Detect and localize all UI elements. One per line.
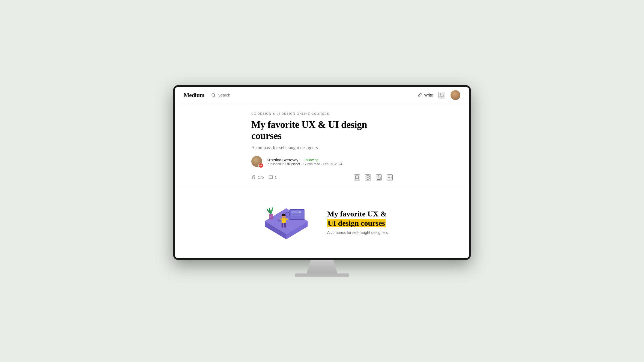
hero-card-subtitle: A compass for self-taught designers [327, 230, 388, 235]
action-row: 175 1 [175, 174, 469, 186]
bookmark-button[interactable] [354, 174, 360, 180]
clap-icon [251, 175, 256, 180]
hero-section: My favorite UX & UI design courses A com… [175, 186, 469, 258]
hero-title-line2: UI design courses [327, 219, 386, 227]
avatar-image [451, 90, 460, 100]
hero-card: My favorite UX & UI design courses A com… [256, 195, 388, 249]
write-icon [417, 92, 423, 98]
category-label: UX DESIGN & UI DESIGN ONLINE COURSES [251, 112, 393, 115]
write-label: Write [424, 93, 433, 97]
medium-logo[interactable]: Medium [184, 92, 204, 99]
monitor-wrapper: Medium Search Write [173, 85, 471, 277]
hero-text: My favorite UX & UI design courses A com… [327, 209, 388, 235]
svg-point-29 [286, 213, 288, 215]
svg-point-0 [212, 93, 215, 96]
more-button[interactable] [387, 174, 393, 180]
comment-icon [268, 175, 273, 180]
meta-separator: · [301, 162, 303, 166]
comment-count: 1 [275, 175, 277, 179]
publish-date: Feb 25, 2024 [323, 162, 342, 166]
action-left: 175 1 [251, 175, 277, 180]
svg-point-6 [389, 177, 390, 178]
publication-link[interactable]: UX Planet [285, 162, 300, 166]
hero-card-title: My favorite UX & UI design courses [327, 209, 388, 228]
svg-point-5 [388, 177, 389, 178]
svg-rect-15 [291, 211, 297, 212]
hero-illustration [256, 195, 316, 249]
share-icon [376, 175, 381, 180]
read-time: 17 min read [303, 162, 320, 166]
svg-rect-18 [291, 215, 300, 215]
write-button[interactable]: Write [417, 92, 433, 98]
search-bar[interactable]: Search [211, 93, 417, 98]
share-button[interactable] [376, 174, 382, 180]
svg-line-1 [214, 96, 216, 97]
svg-rect-21 [281, 218, 286, 223]
action-right [354, 174, 393, 180]
article-title: My favorite UX & UI design courses [251, 119, 393, 142]
clap-button[interactable]: 175 [251, 175, 264, 180]
play-icon [365, 175, 370, 180]
comment-button[interactable]: 1 [268, 175, 277, 180]
article-header: UX DESIGN & UI DESIGN ONLINE COURSES My … [175, 103, 469, 174]
following-label[interactable]: Following [303, 158, 318, 162]
svg-rect-17 [291, 213, 299, 214]
article-subtitle: A compass for self-taught designers [251, 145, 393, 150]
author-meta: Published in UX Planet · 17 min read · F… [267, 162, 342, 166]
svg-rect-23 [284, 223, 286, 227]
svg-rect-26 [286, 218, 288, 220]
hero-title-line1: My favorite UX & [327, 210, 387, 218]
svg-marker-3 [368, 177, 369, 178]
svg-rect-27 [278, 219, 281, 222]
nav-right: Write [417, 90, 460, 100]
nav-bar: Medium Search Write [175, 87, 469, 103]
clap-count: 175 [258, 175, 264, 179]
author-name[interactable]: Krisztina Szerovay [267, 158, 298, 162]
published-in-text: Published in [267, 162, 284, 166]
bell-icon [439, 92, 445, 98]
author-info: Krisztina Szerovay · Following Published… [267, 158, 342, 166]
monitor-base [295, 273, 349, 277]
svg-rect-22 [281, 223, 283, 227]
separator-dot: · [300, 158, 301, 162]
play-button[interactable] [365, 174, 371, 180]
search-placeholder: Search [218, 93, 230, 97]
author-name-row: Krisztina Szerovay · Following [267, 158, 342, 162]
bookmark-icon [354, 175, 359, 180]
more-icon [387, 175, 392, 180]
monitor-screen: Medium Search Write [173, 85, 471, 260]
author-avatar-wrap: UX [251, 156, 263, 168]
ux-badge: UX [258, 163, 263, 168]
content-area: UX DESIGN & UI DESIGN ONLINE COURSES My … [175, 103, 469, 258]
browser-window: Medium Search Write [175, 87, 469, 258]
svg-point-7 [391, 177, 391, 178]
search-icon [211, 93, 216, 98]
author-row: UX Krisztina Szerovay · Following Publis… [251, 156, 393, 168]
bell-button[interactable] [439, 92, 445, 98]
user-avatar[interactable] [451, 90, 460, 100]
monitor-stand [303, 260, 341, 273]
